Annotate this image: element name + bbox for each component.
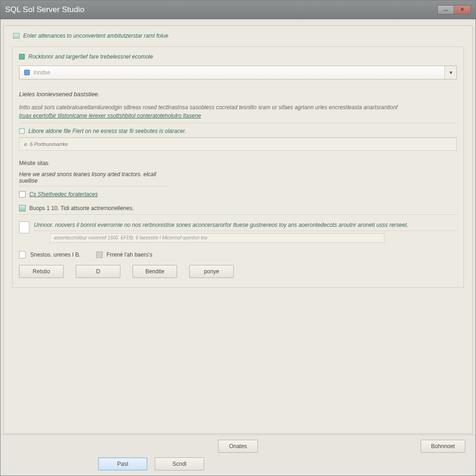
combo-placeholder: Inndse <box>33 69 50 76</box>
combo-dropdown-button[interactable]: ▾ <box>444 66 456 79</box>
stack-row-text: Buops 1 10. Tidi attsorte actrernorielle… <box>29 205 134 212</box>
stack-row: Buops 1 10. Tidi attsorte actrernorielle… <box>19 205 457 212</box>
page-ind-a: Snestos. urenes I B. <box>30 251 80 258</box>
info-path-field[interactable]: asserteccrokbur voronreif 1600. EFDB. 6 … <box>50 233 384 243</box>
section-title-1: Lieles loonievsened baststiee. <box>19 91 457 98</box>
stack-icon <box>19 205 26 212</box>
divider-1 <box>19 123 457 123</box>
option-icon <box>19 128 25 134</box>
action-button-row: Retstio D Bendite ponye <box>19 265 457 278</box>
description-paragraph: Intto assil sors catebraloaretlamliureod… <box>19 103 457 112</box>
page-header: Enter attenances to unconvertent ambitut… <box>4 26 472 46</box>
client-area: Enter attenances to unconvertent ambitut… <box>0 19 476 476</box>
option-text: Libore aldone file Fiert on ne esress st… <box>28 128 186 134</box>
checkbox-1[interactable] <box>19 191 26 198</box>
database-icon <box>24 70 30 75</box>
checkbox-row-1[interactable]: Cs Sfsettvedec foratertaces <box>19 191 457 198</box>
close-button[interactable]: ✕ <box>454 5 471 14</box>
page-header-text: Enter attenances to unconvertent ambitut… <box>23 33 168 39</box>
window-controls: — ✕ <box>437 5 471 14</box>
document-icon <box>19 221 29 233</box>
divider-3 <box>19 214 457 215</box>
restore-button[interactable]: Retstio <box>19 265 64 278</box>
main-block: Rocklonnr and largertief fare trebelessn… <box>12 46 464 288</box>
source-label: Rocklonnr and largertief fare trebelessn… <box>19 53 457 60</box>
description-link[interactable]: Iruax ecertofbir tilstonlcame lerexer ss… <box>19 112 457 120</box>
info-strip-text: Unnoor. noovers il bonrol everrornie no … <box>34 221 457 231</box>
port-input[interactable] <box>19 138 457 151</box>
combo-display: Inndse <box>20 66 444 79</box>
gray-box-icon <box>96 251 103 258</box>
footer-area: Onates Bohnnoet Past Scndl <box>0 435 476 476</box>
titlebar: SQL Sol Server Studio — ✕ <box>0 0 476 19</box>
source-label-text: Rocklonnr and largertief fare trebelessn… <box>28 53 153 60</box>
source-combobox[interactable]: Inndse ▾ <box>19 66 457 79</box>
media-subhead: Mésite sitas <box>19 160 457 166</box>
header-icon <box>13 33 20 39</box>
media-line: Here we arsed snons teanes lisony arted … <box>19 171 168 186</box>
info-strip: Unnoor. noovers il bonrol everrornie no … <box>19 221 457 233</box>
onats-button[interactable]: Onates <box>218 440 258 453</box>
ponye-button[interactable]: ponye <box>189 265 234 278</box>
option-line-1: Libore aldone file Fiert on ne esress st… <box>19 128 457 134</box>
page-indicator-row: Snestos. urenes I B. Frrené l'ah baers's <box>19 251 457 258</box>
checkbox-1-label: Cs Sfsettvedec foratertaces <box>29 191 98 198</box>
source-icon <box>19 54 25 60</box>
bohnnot-button[interactable]: Bohnnoet <box>421 440 465 453</box>
page-icon <box>19 251 26 258</box>
window-title: SQL Sol Server Studio <box>5 5 84 14</box>
wizard-page: Enter attenances to unconvertent ambitut… <box>3 26 473 434</box>
page-ind-b: Frrené l'ah baers's <box>106 251 152 258</box>
beside-button[interactable]: Bendite <box>132 265 177 278</box>
past-button[interactable]: Past <box>98 457 147 470</box>
d-button[interactable]: D <box>76 265 120 278</box>
app-window: SQL Sol Server Studio — ✕ Enter attenanc… <box>0 0 476 476</box>
minimize-button[interactable]: — <box>437 5 454 14</box>
scandl-button[interactable]: Scndl <box>155 457 204 470</box>
